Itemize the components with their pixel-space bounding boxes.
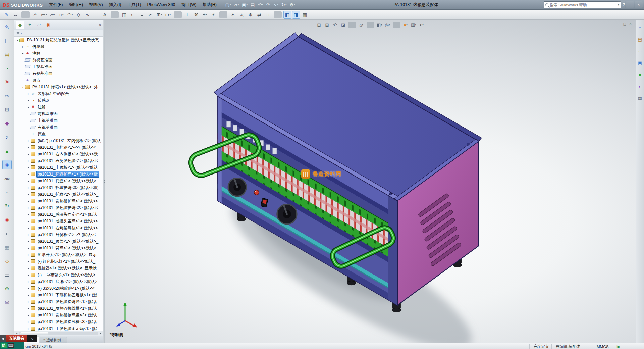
tree-item[interactable]: ▸ 装配体1 中的配合 xyxy=(14,90,103,97)
tree-expander-icon[interactable]: ▸ xyxy=(26,92,30,95)
displaymanager-tab[interactable]: ◉ xyxy=(44,21,53,29)
tree-item[interactable]: ▸ pa10131_石英发热管<1> (默认<< xyxy=(14,157,103,164)
linear-sketch-pattern[interactable]: ⊞▾ xyxy=(155,11,163,19)
hide-show-items[interactable]: ◎▾ xyxy=(384,21,391,28)
tree-item[interactable]: ▸ 注解 xyxy=(14,104,103,110)
smart-dimension[interactable]: ↔ xyxy=(12,11,20,19)
trim-tool[interactable]: ✂ xyxy=(2,91,12,101)
tree-filter-bar[interactable]: ▾ xyxy=(14,30,103,37)
tree-expander-icon[interactable]: ▸ xyxy=(26,139,30,142)
tree-item[interactable]: ▸ 温控器<1> (默认<<默认>_显示状 xyxy=(14,265,103,271)
tree-item[interactable]: ▸ 传感器 xyxy=(14,43,103,50)
tree-expander-icon[interactable]: ▸ xyxy=(26,99,30,102)
trim-entities[interactable]: ✂ xyxy=(147,11,155,19)
tree-item[interactable]: ▸ pa10131_托盘护码<1> (默认<<默 xyxy=(14,171,103,178)
triangle-tool[interactable]: ▲ xyxy=(2,146,12,156)
refresh-tool[interactable]: ↻ xyxy=(2,201,12,211)
menu-item[interactable]: 文件(F) xyxy=(46,0,66,9)
tree-expander-icon[interactable]: ▸ xyxy=(21,45,25,48)
half-tool[interactable]: ◐ xyxy=(2,229,12,238)
tree-expander-icon[interactable]: ▸ xyxy=(26,166,30,169)
appearances-scenes[interactable]: ● xyxy=(637,71,643,78)
tree-expander-icon[interactable]: ▸ xyxy=(26,213,30,216)
tree-expander-icon[interactable]: ▸ xyxy=(26,193,30,196)
maximize-button[interactable]: □ xyxy=(626,1,634,8)
centerpoint-arc[interactable]: ◠▾ xyxy=(66,11,74,19)
tree-item[interactable]: ▸ pa10131_外侧板<1>->? (默认<< xyxy=(14,231,103,238)
tree-item[interactable]: ▸ pa10131_顶盖<1> (默认<<默认>_ xyxy=(14,238,103,245)
tree-item[interactable]: ▸ 传感器 xyxy=(14,97,103,104)
tree-item[interactable]: ▸ pa10131_发热管接码竖<2> (默认 xyxy=(14,312,103,318)
tree-expander-icon[interactable]: ▸ xyxy=(26,307,30,310)
tree-expander-icon[interactable]: ▸ xyxy=(26,287,30,290)
scrollbar-track[interactable] xyxy=(19,332,98,335)
configurationmanager-tab[interactable]: ▱ xyxy=(35,21,43,29)
exploded-view[interactable]: ✶ xyxy=(229,11,237,19)
sketch-tool[interactable]: ✎ xyxy=(2,22,12,32)
tree-expander-icon[interactable]: ▸ xyxy=(26,206,30,209)
tree-expander-icon[interactable]: ▸ xyxy=(26,300,30,303)
tree-item[interactable]: ▸ pa10131_发热管护码<1> (默认<< xyxy=(14,198,103,204)
tree-item[interactable]: ▸ pa10131_上顶板<1> (默认<<默认 xyxy=(14,164,103,171)
offset-entities[interactable]: ≡ xyxy=(138,11,146,19)
menu-item[interactable]: PhotoView 360 xyxy=(144,0,178,9)
ime-toolbar[interactable]: ◆ 五笔拼音 ◦♪ xyxy=(0,335,37,342)
panel-tool[interactable]: ▦ xyxy=(2,243,12,252)
tree-item[interactable]: ▸ pa10131_下隔棉热固定板<1> (默 xyxy=(14,292,103,298)
ime-name[interactable]: 五笔拼音 xyxy=(6,335,27,342)
tree-item[interactable]: 原点 xyxy=(14,131,103,137)
equations-tool[interactable]: Σ xyxy=(2,133,12,142)
circle[interactable]: ○▾ xyxy=(57,11,65,19)
straight-slot[interactable]: ▱▾ xyxy=(49,11,57,19)
tree-item[interactable]: ▾ PA-10131 烤箱总装配体 (默认<显示状态 xyxy=(14,37,103,43)
tree-expander-icon[interactable]: ▸ xyxy=(26,233,30,236)
quick-snaps[interactable]: ⌖▾ xyxy=(201,11,209,19)
tree-expander-icon[interactable]: ▸ xyxy=(26,159,30,162)
ime-mode-bar[interactable]: 简 ⌨ xyxy=(0,342,24,349)
tree-expander-icon[interactable]: ▸ xyxy=(26,314,30,317)
doc-restore-button[interactable]: □ xyxy=(624,22,626,27)
menu-item[interactable]: 视图(V) xyxy=(86,0,106,9)
tree-item[interactable]: 右视基准面 xyxy=(14,70,103,77)
measure-active-tool[interactable]: ◈ xyxy=(2,160,12,169)
panel-more-chevron[interactable]: » xyxy=(99,23,102,27)
text[interactable]: A xyxy=(101,11,109,19)
graphics-viewport[interactable]: ⊡ ⊞ ↶ ◪ ⌂▾ xyxy=(105,20,636,343)
clock-tool[interactable]: ◔ xyxy=(2,64,12,73)
ime-simplified-icon[interactable]: 简 xyxy=(1,343,7,348)
view-orientation[interactable]: ⌂▾ xyxy=(358,21,365,28)
design-library[interactable]: ▤ xyxy=(637,36,643,43)
tree-item[interactable]: ▸ 船形开关<1> (默认<<默认>_显示 xyxy=(14,251,103,258)
add-tool[interactable]: ⊕ xyxy=(2,284,12,293)
list-tool[interactable]: ☰ xyxy=(2,270,12,280)
flag-tool[interactable]: ⚑ xyxy=(2,78,12,87)
home-tool[interactable]: ⌂ xyxy=(2,188,12,197)
tree-item[interactable]: ▸ pa10131_上发热管固定码<1> (默 xyxy=(14,325,103,331)
tree-expander-icon[interactable]: ▸ xyxy=(26,267,30,270)
show-hidden-components[interactable]: ◌ xyxy=(264,11,272,19)
apply-scene-toolbar[interactable]: ▩ xyxy=(301,11,309,19)
tree-item[interactable]: 上视基准面 xyxy=(14,117,103,124)
tree-expander-icon[interactable]: ▸ xyxy=(26,227,30,230)
options-button[interactable]: ⚙▾ xyxy=(288,1,296,8)
menu-item[interactable]: 帮助(H) xyxy=(200,0,220,9)
solidworks-resources[interactable]: ⌂ xyxy=(637,24,643,31)
tree-item[interactable]: ▸ pa10131_发热管接线横<1> (默认 xyxy=(14,305,103,312)
tree-expander-icon[interactable]: ▸ xyxy=(26,146,30,149)
tree-item[interactable]: ▸ (-) 红色指示灯<1> (默认<<默认_ xyxy=(14,258,103,265)
tree-expander-icon[interactable]: ▸ xyxy=(26,280,30,283)
menu-item[interactable]: 窗口(W) xyxy=(178,0,199,9)
menu-item[interactable]: 编辑(E) xyxy=(66,0,86,9)
status-tag-icon[interactable]: ▣ xyxy=(616,344,620,349)
tree-item[interactable]: ▸ (固定) pa10131_左内侧板<1> (默认 xyxy=(14,137,103,144)
corner-rectangle[interactable]: ▭▾ xyxy=(40,11,48,19)
repair-sketch[interactable]: ⚒ xyxy=(192,11,200,19)
rebuild-button[interactable]: ↻▾ xyxy=(280,1,287,8)
tree-item[interactable]: 前视基准面 xyxy=(14,110,103,117)
previous-view[interactable]: ↶ xyxy=(331,21,339,28)
doc-minimize-button[interactable]: — xyxy=(616,22,620,27)
section-view[interactable]: ◪ xyxy=(339,21,347,28)
tree-expander-icon[interactable]: ▸ xyxy=(26,106,30,109)
scrollbar-thumb[interactable] xyxy=(20,332,48,335)
tree-item[interactable]: ▸ pa10131_发热管护码<2> (默认<< xyxy=(14,204,103,211)
